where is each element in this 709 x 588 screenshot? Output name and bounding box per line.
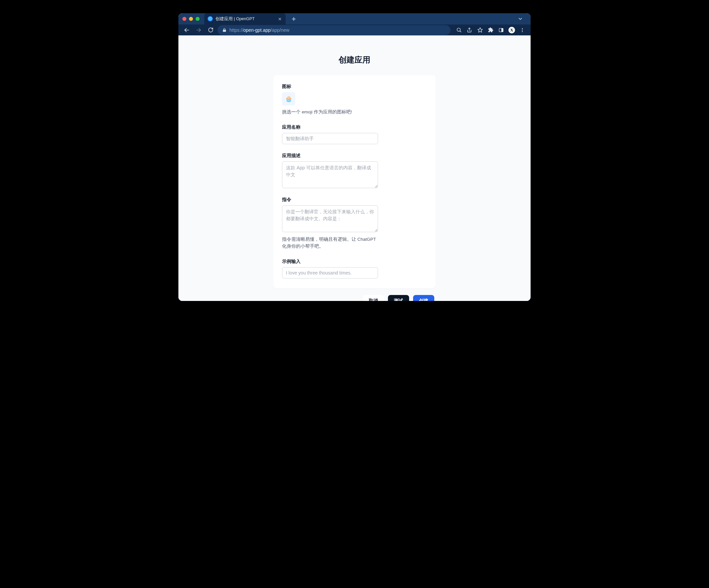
create-button[interactable]: 创建 — [413, 295, 434, 301]
new-tab-button[interactable] — [289, 14, 298, 24]
name-label: 应用名称 — [282, 124, 427, 130]
tab-close-icon[interactable] — [277, 16, 282, 22]
field-name: 应用名称 — [282, 124, 427, 144]
browser-window: 创建应用 | OpenGPT — [178, 13, 531, 301]
prompt-label: 指令 — [282, 197, 427, 203]
create-app-form: 图标 🧁 挑选一个 emoji 作为应用的图标吧! 应用名称 应用描述 — [273, 75, 436, 288]
icon-label: 图标 — [282, 84, 427, 90]
svg-marker-9 — [478, 28, 482, 32]
window-close-button[interactable] — [182, 17, 186, 21]
window-controls — [182, 13, 204, 25]
field-prompt: 指令 指令需清晰易懂，明确且有逻辑。让 ChatGPT 化身你的小帮手吧。 — [282, 197, 427, 250]
prompt-input[interactable] — [282, 205, 378, 232]
selected-emoji: 🧁 — [285, 95, 292, 103]
tab-title: 创建应用 | OpenGPT — [215, 16, 274, 22]
bookmark-star-icon[interactable] — [475, 25, 485, 35]
window-maximize-button[interactable] — [195, 17, 200, 21]
form-actions: 取消 测试 创建 — [273, 295, 436, 301]
browser-tab[interactable]: 创建应用 | OpenGPT — [204, 13, 286, 25]
tabs-overflow-button[interactable] — [515, 14, 525, 24]
browser-tabbar: 创建应用 | OpenGPT — [178, 13, 531, 25]
page-viewport: 创建应用 图标 🧁 挑选一个 emoji 作为应用的图标吧! 应用名称 — [178, 35, 531, 301]
svg-point-15 — [522, 31, 523, 32]
example-input[interactable] — [282, 267, 378, 278]
field-example: 示例输入 — [282, 259, 427, 278]
nav-reload-button[interactable] — [206, 25, 215, 35]
description-input[interactable] — [282, 161, 378, 188]
field-icon: 图标 🧁 挑选一个 emoji 作为应用的图标吧! — [282, 84, 427, 116]
emoji-picker-button[interactable]: 🧁 — [282, 92, 295, 106]
browser-menu-icon[interactable] — [517, 25, 527, 35]
url-text: https://open-gpt.app/app/new — [229, 27, 446, 33]
test-button[interactable]: 测试 — [388, 295, 409, 301]
name-input[interactable] — [282, 133, 378, 144]
description-label: 应用描述 — [282, 153, 427, 159]
sidepanel-icon[interactable] — [496, 25, 506, 35]
extensions-icon[interactable] — [485, 25, 496, 35]
lock-icon — [222, 28, 227, 32]
tab-favicon — [208, 16, 213, 22]
window-minimize-button[interactable] — [189, 17, 193, 21]
field-description: 应用描述 — [282, 153, 427, 188]
svg-point-13 — [522, 28, 523, 29]
zoom-search-icon[interactable] — [454, 25, 464, 35]
svg-rect-12 — [501, 28, 503, 32]
prompt-help-text: 指令需清晰易懂，明确且有逻辑。让 ChatGPT 化身你的小帮手吧。 — [282, 236, 378, 250]
profile-avatar[interactable]: X — [507, 25, 517, 35]
svg-line-7 — [460, 31, 461, 32]
address-bar[interactable]: https://open-gpt.app/app/new — [217, 25, 450, 35]
icon-help-text: 挑选一个 emoji 作为应用的图标吧! — [282, 109, 427, 116]
share-icon[interactable] — [464, 25, 474, 35]
cancel-button[interactable]: 取消 — [363, 295, 384, 301]
nav-forward-button[interactable] — [194, 25, 204, 35]
page-title: 创建应用 — [229, 55, 480, 65]
nav-back-button[interactable] — [182, 25, 192, 35]
browser-toolbar: https://open-gpt.app/app/new — [178, 25, 531, 35]
example-label: 示例输入 — [282, 259, 427, 264]
svg-point-14 — [522, 29, 523, 30]
